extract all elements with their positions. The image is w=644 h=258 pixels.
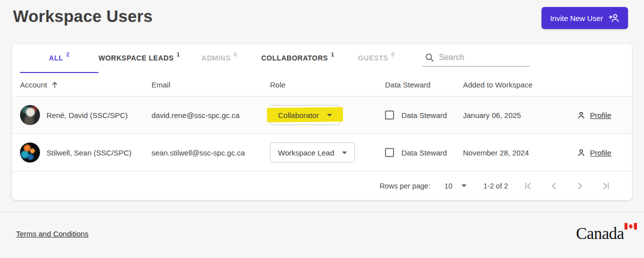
tab-bar: ALL 2 WORKSPACE LEADS 1 ADMINS 0 COLLABO… xyxy=(12,44,632,73)
workspace-users-page: Workspace Users Invite New User ALL 2 WO… xyxy=(0,0,644,243)
data-steward-label: Data Steward xyxy=(402,148,447,157)
tab-admins-count: 0 xyxy=(234,52,237,58)
user-name: Stilwell, Sean (SSC/SPC) xyxy=(46,148,132,157)
last-page-button[interactable] xyxy=(601,181,611,191)
person-icon xyxy=(576,110,586,120)
role-dropdown-value: Workspace Lead xyxy=(278,148,334,157)
invite-new-user-button[interactable]: Invite New User xyxy=(542,7,628,29)
data-steward-label: Data Steward xyxy=(402,111,447,120)
person-icon xyxy=(576,148,586,158)
users-card: ALL 2 WORKSPACE LEADS 1 ADMINS 0 COLLABO… xyxy=(12,44,632,200)
terms-and-conditions-link[interactable]: Terms and Conditions xyxy=(16,230,88,238)
user-name: René, David (SSC/SPC) xyxy=(46,111,128,120)
tab-workspace-leads-label: WORKSPACE LEADS xyxy=(98,54,174,62)
search-input[interactable] xyxy=(439,53,528,62)
added-date: January 06, 2025 xyxy=(463,111,576,120)
avatar xyxy=(20,142,40,162)
rows-per-page-label: Rows per page: xyxy=(380,182,430,190)
tab-guests-count: 0 xyxy=(391,52,394,58)
tab-all-label: ALL xyxy=(49,54,64,62)
tab-collaborators[interactable]: COLLABORATORS 1 xyxy=(258,44,337,73)
tab-guests-label: GUESTS xyxy=(358,54,388,62)
role-dropdown[interactable]: Collaborator xyxy=(270,105,340,125)
tab-admins[interactable]: ADMINS 0 xyxy=(180,44,258,73)
chevron-down-icon xyxy=(342,152,347,154)
tab-guests[interactable]: GUESTS 0 xyxy=(337,44,416,73)
user-email: sean.stilwell@ssc-spc.gc.ca xyxy=(152,148,270,157)
data-steward-checkbox[interactable] xyxy=(385,110,394,120)
avatar xyxy=(20,105,40,125)
user-email: david.rene@ssc-spc.gc.ca xyxy=(152,111,270,120)
page-header: Workspace Users Invite New User xyxy=(0,0,644,37)
previous-page-button[interactable] xyxy=(549,181,559,191)
profile-link[interactable]: Profile xyxy=(590,111,612,120)
tab-all-count: 2 xyxy=(66,52,70,58)
role-dropdown[interactable]: Workspace Lead xyxy=(270,142,355,162)
person-add-icon xyxy=(608,12,620,24)
canada-flag-icon xyxy=(624,223,637,230)
canada-wordmark: Canada xyxy=(576,224,629,243)
tab-admins-label: ADMINS xyxy=(202,54,230,62)
column-header-account[interactable]: Account xyxy=(20,80,152,89)
table-row: Stilwell, Sean (SSC/SPC) sean.stilwell@s… xyxy=(12,134,632,171)
search-icon xyxy=(424,52,434,62)
profile-link[interactable]: Profile xyxy=(590,148,612,157)
table-row: René, David (SSC/SPC) david.rene@ssc-spc… xyxy=(12,96,632,134)
canada-wordmark-text: Canada xyxy=(576,224,624,242)
page-title: Workspace Users xyxy=(13,7,152,26)
chevron-down-icon xyxy=(327,114,332,116)
table-header-row: Account Email Role Data Steward Added to… xyxy=(12,73,632,96)
chevron-down-icon xyxy=(462,184,466,187)
pagination-bar: Rows per page: 10 1-2 of 2 xyxy=(12,171,632,200)
column-header-data-steward: Data Steward xyxy=(385,80,463,89)
next-page-button[interactable] xyxy=(575,181,585,191)
added-date: November 28, 2024 xyxy=(463,148,576,157)
page-footer: Terms and Conditions Canada xyxy=(0,212,644,243)
tab-collaborators-count: 1 xyxy=(331,52,334,58)
rows-per-page-value: 10 xyxy=(444,182,452,190)
data-steward-checkbox[interactable] xyxy=(385,148,394,157)
tab-workspace-leads-count: 1 xyxy=(176,52,180,58)
tab-workspace-leads[interactable]: WORKSPACE LEADS 1 xyxy=(98,44,180,73)
first-page-button[interactable] xyxy=(523,181,533,191)
tab-all[interactable]: ALL 2 xyxy=(20,44,98,73)
role-dropdown-value: Collaborator xyxy=(278,111,319,120)
search-box xyxy=(422,51,530,66)
rows-per-page-select[interactable]: 10 xyxy=(444,182,466,190)
tab-collaborators-label: COLLABORATORS xyxy=(261,54,328,62)
column-header-role: Role xyxy=(270,80,385,89)
invite-new-user-label: Invite New User xyxy=(550,14,603,22)
column-header-added: Added to Workspace xyxy=(463,80,576,89)
column-header-email: Email xyxy=(152,80,270,89)
page-range-label: 1-2 of 2 xyxy=(484,182,508,190)
sort-ascending-icon xyxy=(51,81,58,88)
